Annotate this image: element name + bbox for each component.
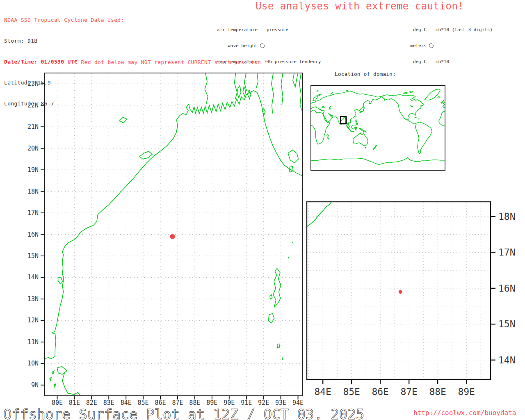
main-map-lon-tick-label: 90E (224, 399, 235, 406)
zoom-map-lon-tick-label: 87E (400, 386, 418, 397)
storm-dot-main (170, 234, 175, 239)
storm-dot-zoom (399, 290, 402, 294)
main-map-lat-tick-label: 22N (27, 102, 39, 109)
main-map-lat-tick-label: 13N (27, 295, 39, 303)
main-map-lon-tick-label: 80E (52, 399, 63, 406)
main-map-lon-tick-label: 93E (275, 399, 286, 406)
main-map-lon-tick-label: 92E (258, 399, 269, 406)
main-map-lat-tick-label: 9N (31, 381, 39, 389)
zoom-map-lon-tick-label: 88E (429, 386, 446, 397)
zoom-map-lat-tick-label: 16N (498, 283, 516, 294)
zoom-map-lat-tick-label: 14N (498, 355, 516, 365)
main-map-lat-tick-label: 20N (27, 145, 39, 152)
main-map-lat-tick-label: 15N (27, 252, 39, 260)
world-inset-frame (311, 85, 445, 170)
world-coastline (311, 89, 445, 164)
zoom-map-lon-tick-label: 85E (343, 386, 360, 397)
main-map-lat-tick-label: 14N (27, 274, 39, 281)
main-map-lon-tick-label: 85E (138, 399, 149, 406)
main-map-lat-tick-label: 19N (27, 166, 39, 173)
zoom-map-lon-tick-label: 86E (372, 386, 389, 397)
main-map-lon-tick-label: 91E (241, 399, 252, 406)
main-map-lat-tick-label: 17N (27, 209, 39, 217)
zoom-map-lat-tick-label: 15N (498, 319, 516, 329)
main-map-lon-tick-label: 88E (189, 399, 200, 406)
main-map-lon-tick-label: 82E (86, 399, 97, 406)
main-map-lat-tick-label: 11N (27, 338, 39, 346)
plot-canvas: 80E81E82E83E84E85E86E87E88E89E90E91E92E9… (0, 0, 525, 420)
main-map-lon-tick-label: 81E (69, 399, 80, 406)
main-map-lat-tick-label: 16N (27, 231, 39, 238)
main-map-lon-tick-label: 86E (155, 399, 166, 406)
site-url-link[interactable]: http://coolwx.com/buoydata (413, 409, 516, 417)
zoom-map: 84E85E86E87E88E89E18N17N16N15N14N (307, 202, 516, 397)
main-map-lon-tick-label: 87E (172, 399, 183, 406)
zoom-map-frame (307, 202, 491, 379)
main-map-lon-tick-label: 94E (292, 399, 304, 406)
main-map-lat-tick-label: 18N (27, 188, 39, 195)
zoom-map-lon-tick-label: 89E (458, 386, 475, 397)
coastline (307, 202, 331, 226)
main-map-lat-tick-label: 21N (27, 123, 39, 130)
main-map-lon-tick-label: 83E (103, 399, 114, 406)
zoom-map-lat-tick-label: 18N (498, 211, 516, 222)
world-inset-map (311, 85, 445, 170)
main-map-lat-tick-label: 10N (27, 360, 39, 367)
plot-title: Offshore Surface Plot at 12Z / OCT 03, 2… (3, 406, 364, 420)
zoom-map-lon-tick-label: 84E (314, 386, 331, 397)
main-map-lat-tick-label: 23N (27, 80, 39, 87)
buoy-plot-page: NOAA SSD Tropical Cyclone Data Used: Sto… (0, 0, 525, 420)
main-map: 80E81E82E83E84E85E86E87E88E89E90E91E92E9… (27, 73, 304, 406)
zoom-map-lat-tick-label: 17N (498, 247, 516, 258)
main-map-lon-tick-label: 84E (121, 399, 132, 406)
main-map-lon-tick-label: 89E (206, 399, 217, 406)
main-map-lat-tick-label: 12N (27, 317, 39, 324)
